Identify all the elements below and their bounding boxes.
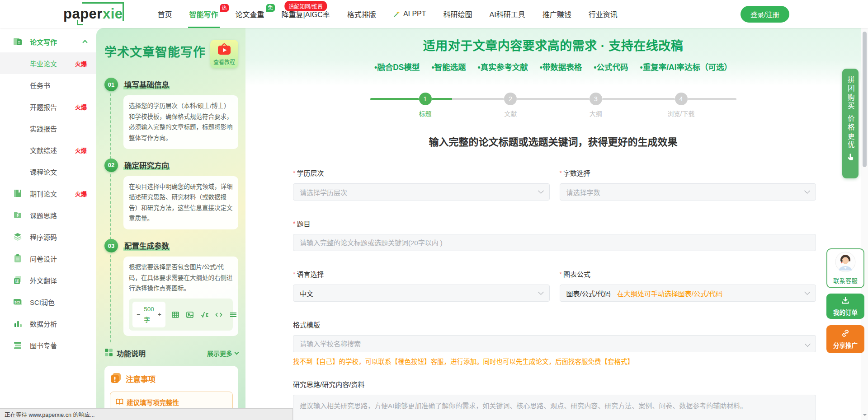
table-icon[interactable] xyxy=(171,310,180,319)
stepper-label: 标题 xyxy=(419,109,432,118)
stepper-line xyxy=(517,98,590,100)
logo[interactable]: paperxie xyxy=(63,6,123,22)
nav-menu: 首页 智能写作 热 论文查重 免 降重复|AIGC率 适配知网/维普 格式排版 … xyxy=(149,0,626,28)
chevron-down-icon xyxy=(804,289,810,295)
nav-item-research-drawing[interactable]: 科研绘图 xyxy=(435,0,481,28)
vertical-scrollbar[interactable] xyxy=(861,28,868,420)
sidebar-item-proposal-report[interactable]: 开题报告 火爆 xyxy=(0,96,96,117)
support-agent-avatar xyxy=(835,252,856,274)
nav-item-plagiarism-check[interactable]: 论文查重 免 xyxy=(227,0,273,28)
thesis-form: * 学历层次 请选择学历层次 * 字数选择 请选择字数 xyxy=(293,168,816,420)
sidebar-item-foreign-translation[interactable]: 译 外文翻译 xyxy=(0,269,96,291)
main-header: 适用对于文章内容要求高的需求 · 支持在线改稿 •融合DS模型 •智能选题 •真… xyxy=(245,28,861,86)
school-not-found-warning: 找不到【自己】的学校，可以联系【橙色按钮】客服，进行添加。同时也可以先生成论文，… xyxy=(293,356,816,366)
nav-item-ai-ppt[interactable]: AI PPT xyxy=(385,0,435,28)
scrollbar-thumb[interactable] xyxy=(863,32,867,167)
sidebar-item-program-source[interactable]: 程序源码 xyxy=(0,226,96,247)
language-label: * 语言选择 xyxy=(293,269,550,279)
formula-icon[interactable] xyxy=(200,310,209,319)
alert-bubble-icon xyxy=(110,372,122,386)
sidebar-item-graduation-thesis[interactable]: 毕业论文 火爆 xyxy=(0,52,96,74)
feature-item: •融合DS模型 xyxy=(374,61,420,72)
idea-folder-icon xyxy=(13,210,23,220)
nav-item-reduce-aigc[interactable]: 降重复|AIGC率 适配知网/维普 xyxy=(273,0,339,28)
research-content-textarea[interactable] xyxy=(293,395,816,420)
nav-item-ai-research-tools[interactable]: AI科研工具 xyxy=(481,0,534,28)
sidebar-item-course-paper[interactable]: 课程论文 xyxy=(0,161,96,182)
stepper-label: 文献 xyxy=(504,109,517,118)
my-orders-label: 我的订单 xyxy=(833,308,858,317)
step-number-badge: 01 xyxy=(104,78,118,91)
sidebar-item-questionnaire-design[interactable]: 问卷设计 xyxy=(0,247,96,269)
step-description: 在项目选择中明确您的研究领域，详细描述研究思路、研究材料（或数据报告）和研究方法… xyxy=(123,176,238,230)
format-template-label: 格式模版 xyxy=(293,320,816,329)
chart-formula-value: 图表/公式/代码 xyxy=(566,289,611,298)
sidebar-item-journal-paper[interactable]: 期刊论文 火爆 xyxy=(0,182,96,204)
sidebar-group-paper-writing[interactable]: 论文写作 xyxy=(0,31,96,52)
my-orders-button[interactable]: 我的订单 xyxy=(826,294,864,319)
notice-title: 注意事项 xyxy=(126,373,156,384)
nav-item-smart-writing[interactable]: 智能写作 热 xyxy=(181,0,227,28)
nav-item-promotion-earn[interactable]: 推广赚钱 xyxy=(534,0,580,28)
panel-step-2: 02 确定研究方向 在项目选择中明确您的研究领域，详细描述研究思路、研究材料（或… xyxy=(104,160,238,230)
sidebar-item-data-analysis[interactable]: 数据分析 xyxy=(0,313,96,334)
panel-step-1: 01 填写基础信息 选择您的学历层次（本科/硕士/博士）和学校模板，确保格式规范… xyxy=(104,79,238,149)
step-number-badge: 03 xyxy=(104,239,118,252)
code-icon[interactable] xyxy=(214,310,223,319)
stepper-node-literature[interactable]: 2 文献 xyxy=(504,93,517,105)
word-count-stepper[interactable]: − 500字 + xyxy=(132,302,165,327)
sidebar-item-literature-review[interactable]: 文献综述 火爆 xyxy=(0,139,96,161)
steps-panel: 学术文章智能写作 查看教程 01 填写基础信息 选择您的学历层次（本科/硕士/博… xyxy=(96,28,245,420)
share-promotion-button[interactable]: 分享推广 xyxy=(826,325,864,353)
layers-icon xyxy=(13,232,23,242)
status-text: 正在等待 www.paperxie.cn 的响应... xyxy=(5,410,94,419)
sidebar-item-book-monograph[interactable]: 图书专著 xyxy=(0,334,96,356)
login-register-button[interactable]: 登录/注册 xyxy=(741,6,789,23)
group-buy-banner[interactable]: 拼团购买 价格更优 xyxy=(842,69,859,178)
image-icon[interactable] xyxy=(185,310,194,319)
grid-icon xyxy=(104,348,113,359)
open-book-icon xyxy=(116,398,123,406)
stepper-node-title[interactable]: 1 标题 xyxy=(419,93,432,105)
feature-item: •智能选题 xyxy=(431,61,466,72)
sidebar-item-task-book[interactable]: 任务书 xyxy=(0,74,96,96)
title-input[interactable] xyxy=(293,234,816,251)
step-title: 确定研究方向 xyxy=(123,160,170,171)
scrollbar-down-arrow-icon[interactable] xyxy=(863,414,867,418)
sidebar-item-topic-ideas[interactable]: 课题思路 xyxy=(0,204,96,226)
feature-list: •融合DS模型 •智能选题 •真实参考文献 •带数据表格 •公式代码 •重复率/… xyxy=(245,61,861,72)
nav-item-format-layout[interactable]: 格式排版 xyxy=(339,0,385,28)
sidebar-item-practice-report[interactable]: 实践报告 xyxy=(0,117,96,139)
contact-support-button[interactable]: 联系客服 xyxy=(826,248,864,288)
share-promotion-label: 分享推广 xyxy=(833,341,858,350)
progress-stepper: 1 标题 2 文献 3 大纲 4 浏览/下载 xyxy=(370,92,736,106)
minus-icon[interactable]: − xyxy=(137,309,140,320)
download-tray-icon xyxy=(841,296,849,306)
nav-item-home[interactable]: 首页 xyxy=(149,0,181,28)
title-label: * 题目 xyxy=(293,219,816,228)
logo-frame-corner xyxy=(77,20,83,25)
step-title: 配置生成参数 xyxy=(123,240,170,251)
sidebar-item-sci-polish[interactable]: SCI SCI润色 xyxy=(0,291,96,313)
group-buy-text: 拼团购买 价格更优 xyxy=(847,76,854,150)
stepper-node-preview-download[interactable]: 4 浏览/下载 xyxy=(675,93,688,105)
main-content: 适用对于文章内容要求高的需求 · 支持在线改稿 •融合DS模型 •智能选题 •真… xyxy=(245,28,861,420)
word-count-select[interactable]: 请选择字数 xyxy=(560,183,816,201)
school-search-input[interactable] xyxy=(293,335,816,352)
generation-options-toolbar: − 500字 + xyxy=(129,299,233,331)
education-level-select[interactable]: 请选择学历层次 xyxy=(293,183,550,201)
step-description: 选择您的学历层次（本科/硕士/博士）和学校模板，确保格式规范符合要求，必须输入完… xyxy=(123,95,238,149)
svg-text:SCI: SCI xyxy=(14,300,20,304)
language-value: 中文 xyxy=(300,289,313,298)
language-select[interactable]: 中文 xyxy=(293,285,550,302)
nav-item-industry-news[interactable]: 行业资讯 xyxy=(580,0,626,28)
plus-icon[interactable]: + xyxy=(158,309,161,320)
step-title: 填写基础信息 xyxy=(123,79,170,90)
show-more-button[interactable]: 展示更多 xyxy=(207,349,238,358)
align-lines-icon[interactable] xyxy=(229,310,238,319)
books-icon xyxy=(13,340,23,350)
view-tutorial-button[interactable]: 查看教程 xyxy=(210,40,238,68)
stepper-node-outline[interactable]: 3 大纲 xyxy=(590,93,602,105)
chart-formula-select[interactable]: 图表/公式/代码 在大纲处可手动选择图表/公式/代码 xyxy=(560,285,816,302)
required-asterisk: * xyxy=(293,220,295,227)
